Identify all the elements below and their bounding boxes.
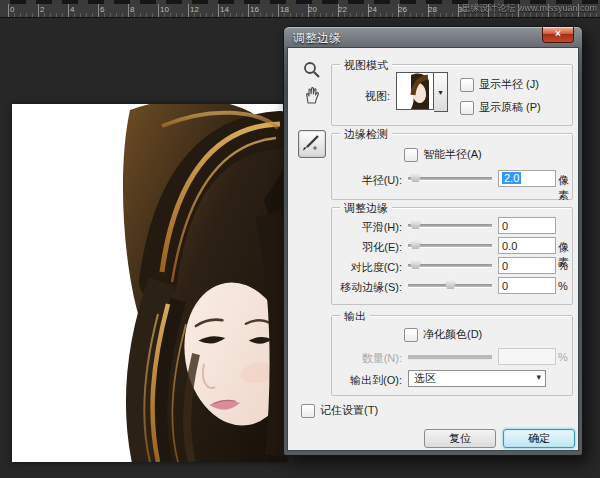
output-to-dropdown[interactable]: 选区 ▾ — [408, 370, 546, 387]
view-mode-group: 视图模式 视图: ▾ 显示半径 (J) — [331, 64, 573, 126]
amount-value-field — [498, 348, 556, 365]
shift-edge-value-field[interactable] — [498, 277, 556, 294]
radius-value-field[interactable]: 2.0 — [498, 170, 556, 187]
smooth-slider-thumb[interactable] — [410, 218, 421, 229]
reset-button[interactable]: 复位 — [424, 429, 496, 448]
edge-detection-legend: 边缘检测 — [340, 127, 392, 142]
feather-label: 羽化(E): — [334, 240, 402, 255]
ruler-number: 12 — [190, 5, 199, 15]
amount-slider-disabled — [408, 355, 492, 360]
checkbox-box[interactable] — [301, 404, 315, 418]
radius-slider[interactable] — [408, 177, 492, 181]
output-group: 输出 净化颜色(D) 数量(N): % 输出到(O): 选区 ▾ — [331, 315, 573, 396]
view-mode-selector[interactable]: ▾ — [396, 72, 448, 112]
ruler-number: 18 — [280, 5, 289, 15]
ok-button[interactable]: 确定 — [503, 429, 575, 448]
radius-label: 半径(U): — [334, 173, 402, 188]
remember-settings-checkbox[interactable]: 记住设置(T) — [301, 403, 378, 418]
site-watermark: 思缘设计论坛 www.missyuan.com — [461, 2, 597, 15]
ruler-number: 0 — [10, 5, 14, 15]
ruler-number: 22 — [338, 5, 347, 15]
zoom-tool-button[interactable] — [302, 60, 322, 80]
refine-edge-dialog: 调整边缘 × — [283, 26, 583, 456]
smart-radius-label: 智能半径(A) — [423, 147, 482, 162]
radius-slider-thumb[interactable] — [410, 171, 421, 182]
dialog-titlebar[interactable]: 调整边缘 × — [287, 27, 579, 47]
smooth-label: 平滑(H): — [334, 220, 402, 235]
close-icon: × — [555, 28, 561, 39]
radius-value-selected-text: 2.0 — [502, 172, 521, 184]
ruler-number: 8 — [130, 5, 134, 15]
adjust-edge-legend: 调整边缘 — [340, 201, 392, 216]
output-to-label: 输出到(O): — [334, 373, 402, 388]
adjust-edge-group: 调整边缘 平滑(H): 羽化(E): 像素 对比度(C): % — [331, 207, 573, 305]
refine-radius-brush-button[interactable] — [298, 130, 326, 158]
show-radius-label: 显示半径 (J) — [479, 77, 539, 92]
smart-radius-checkbox[interactable]: 智能半径(A) — [404, 147, 482, 162]
ruler-number: 20 — [308, 5, 317, 15]
view-thumbnail-image — [397, 73, 433, 109]
photoshop-workspace: 0 2 4 6 8 10 12 14 16 18 20 22 24 26 28 … — [0, 0, 600, 478]
shift-edge-slider-thumb[interactable] — [445, 278, 456, 289]
document-canvas[interactable] — [12, 104, 287, 462]
output-to-value: 选区 — [414, 371, 436, 386]
radius-unit: 像素 — [558, 173, 572, 203]
show-radius-checkbox[interactable]: 显示半径 (J) — [460, 77, 539, 92]
amount-unit: % — [558, 351, 568, 363]
show-original-label: 显示原稿 (P) — [479, 100, 541, 115]
ruler-number: 4 — [70, 5, 74, 15]
close-button[interactable]: × — [542, 27, 574, 43]
show-original-checkbox[interactable]: 显示原稿 (P) — [460, 100, 541, 115]
checkbox-box[interactable] — [460, 101, 474, 115]
brush-icon — [299, 131, 323, 155]
ruler-number: 16 — [250, 5, 259, 15]
output-legend: 输出 — [340, 309, 370, 324]
contrast-label: 对比度(C): — [334, 260, 402, 275]
dropdown-arrow-icon: ▾ — [536, 372, 541, 382]
checkbox-box[interactable] — [404, 328, 418, 342]
smooth-value-field[interactable] — [498, 217, 556, 234]
smooth-slider[interactable] — [408, 224, 492, 228]
hand-icon — [302, 85, 322, 105]
contrast-value-field[interactable] — [498, 257, 556, 274]
ruler-number: 2 — [40, 5, 44, 15]
feather-slider-thumb[interactable] — [410, 238, 421, 249]
ruler-number: 24 — [368, 5, 377, 15]
ruler-number: 26 — [398, 5, 407, 15]
ruler-number: 28 — [428, 5, 437, 15]
magnifier-icon — [302, 60, 322, 80]
checkbox-box[interactable] — [460, 78, 474, 92]
portrait-photo — [12, 104, 287, 462]
contrast-slider-thumb[interactable] — [410, 258, 421, 269]
dialog-title: 调整边缘 — [293, 30, 341, 47]
hand-tool-button[interactable] — [302, 85, 322, 105]
checkbox-box[interactable] — [404, 148, 418, 162]
decontaminate-colors-label: 净化颜色(D) — [423, 327, 482, 342]
feather-slider[interactable] — [408, 244, 492, 248]
shift-edge-label: 移动边缘(S): — [334, 280, 402, 295]
feather-value-field[interactable] — [498, 237, 556, 254]
ruler-number: 10 — [160, 5, 169, 15]
remember-settings-label: 记住设置(T) — [320, 403, 378, 418]
contrast-unit: % — [558, 260, 568, 272]
shift-edge-slider[interactable] — [408, 284, 492, 288]
contrast-slider[interactable] — [408, 264, 492, 268]
ruler-number: 14 — [220, 5, 229, 15]
view-thumbnail — [396, 72, 434, 110]
edge-detection-group: 边缘检测 智能半径(A) 半径(U): 2.0 像素 — [331, 133, 573, 200]
decontaminate-colors-checkbox[interactable]: 净化颜色(D) — [404, 327, 482, 342]
ruler-number: 6 — [100, 5, 104, 15]
view-label: 视图: — [342, 89, 390, 104]
view-mode-legend: 视图模式 — [340, 58, 392, 73]
view-dropdown-arrow-icon[interactable]: ▾ — [434, 72, 448, 112]
shift-edge-unit: % — [558, 280, 568, 292]
amount-label: 数量(N): — [334, 351, 402, 366]
